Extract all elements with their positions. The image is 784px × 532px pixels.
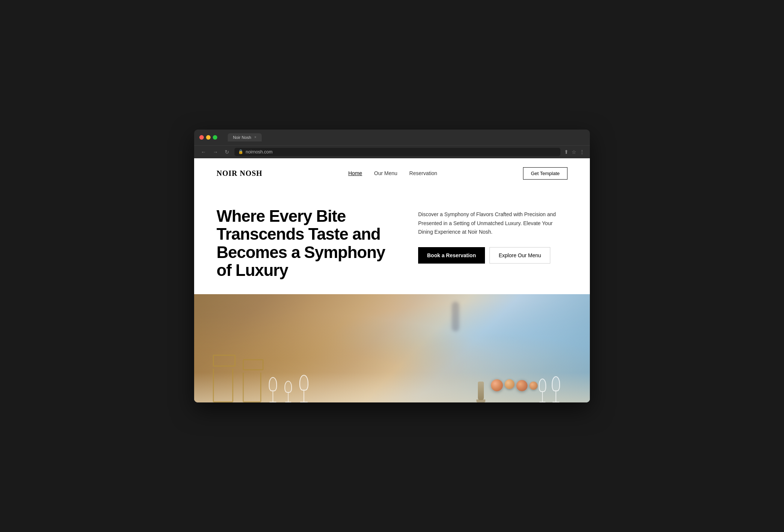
explore-menu-button[interactable]: Explore Our Menu: [489, 247, 551, 264]
hero-description: Discover a Symphony of Flavors Crafted w…: [418, 210, 567, 237]
hero-buttons: Book a Reservation Explore Our Menu: [418, 247, 567, 264]
toolbar-actions: ⬆ ☆ ⋮: [564, 149, 585, 155]
site-nav: Home Our Menu Reservation: [348, 170, 437, 176]
tab-title: Noir Nosh: [233, 135, 251, 140]
browser-window: Noir Nosh × ← → ↻ 🔒 noirnosh.com ⬆ ☆ ⋮ N…: [194, 130, 590, 403]
hero-title: Where Every Bite Transcends Taste and Be…: [217, 207, 396, 280]
browser-toolbar: ← → ↻ 🔒 noirnosh.com ⬆ ☆ ⋮: [194, 145, 590, 158]
hero-image: [194, 294, 590, 402]
forward-button[interactable]: →: [211, 148, 220, 156]
url-display: noirnosh.com: [246, 149, 273, 155]
book-reservation-button[interactable]: Book a Reservation: [418, 247, 485, 264]
site-header: NOIR NOSH Home Our Menu Reservation Get …: [194, 158, 590, 189]
hero-section: Where Every Bite Transcends Taste and Be…: [194, 189, 590, 295]
nav-reservation[interactable]: Reservation: [409, 170, 437, 176]
browser-tab[interactable]: Noir Nosh ×: [228, 133, 262, 141]
hero-right: Discover a Symphony of Flavors Crafted w…: [418, 207, 567, 264]
close-button[interactable]: [199, 135, 204, 140]
tab-close-icon[interactable]: ×: [254, 135, 256, 139]
maximize-button[interactable]: [213, 135, 217, 140]
more-icon[interactable]: ⋮: [579, 149, 585, 155]
lock-icon: 🔒: [238, 149, 243, 154]
traffic-lights: [199, 135, 217, 140]
share-icon[interactable]: ⬆: [564, 149, 569, 155]
browser-chrome: Noir Nosh × ← → ↻ 🔒 noirnosh.com ⬆ ☆ ⋮: [194, 130, 590, 158]
reload-button[interactable]: ↻: [223, 148, 231, 156]
back-button[interactable]: ←: [199, 148, 208, 156]
nav-home[interactable]: Home: [348, 170, 362, 176]
website-content: NOIR NOSH Home Our Menu Reservation Get …: [194, 158, 590, 403]
minimize-button[interactable]: [206, 135, 211, 140]
nav-menu[interactable]: Our Menu: [374, 170, 397, 176]
address-bar[interactable]: 🔒 noirnosh.com: [234, 148, 560, 156]
get-template-button[interactable]: Get Template: [523, 167, 567, 180]
bookmark-icon[interactable]: ☆: [572, 149, 576, 155]
tab-bar: Noir Nosh ×: [228, 133, 262, 141]
hero-left: Where Every Bite Transcends Taste and Be…: [217, 207, 396, 280]
site-logo: NOIR NOSH: [217, 169, 262, 178]
browser-titlebar: Noir Nosh ×: [194, 130, 590, 145]
